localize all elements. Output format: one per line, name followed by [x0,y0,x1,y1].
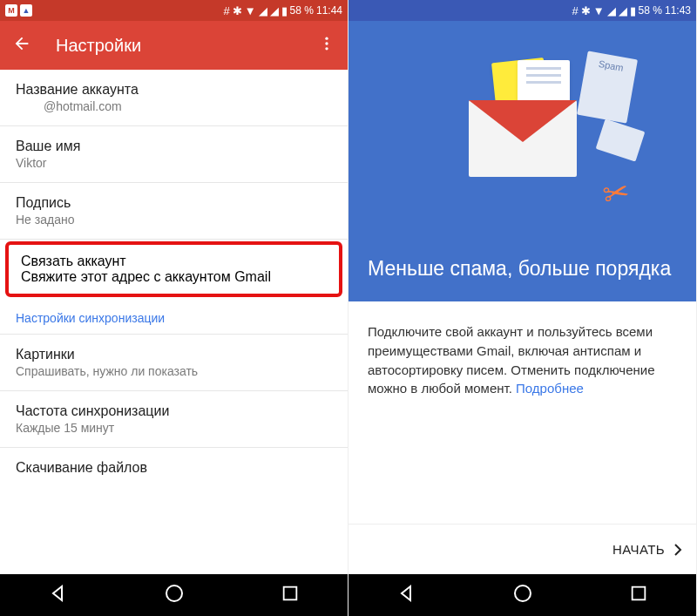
download-item[interactable]: Скачивание файлов [0,448,348,488]
sync-freq-value: Каждые 15 минут [16,421,332,435]
link-account-value: Свяжите этот адрес с аккаунтом Gmail [21,269,327,285]
nav-back-button[interactable] [48,583,69,607]
nav-recent-button[interactable] [281,584,300,606]
hash-icon: # [224,4,230,17]
nav-recent-button[interactable] [629,584,648,606]
account-name-item[interactable]: Название аккаунта @hotmail.com [0,70,348,126]
hash-icon: # [572,4,579,17]
signal2-icon: ◢ [270,4,279,17]
svg-rect-4 [284,587,297,600]
promo-body: Подключите свой аккаунт и пользуйтесь вс… [348,301,696,524]
back-button[interactable] [12,34,31,57]
svg-point-0 [325,37,328,40]
signature-value: Не задано [16,213,332,227]
hero: Spam ✂ Меньше спама, больше порядка [348,21,696,301]
svg-point-3 [166,586,182,601]
status-bar: # ✱ ▼ ◢ ◢ ▮ 58 % 11:43 [348,0,696,21]
chevron-right-icon [673,543,682,557]
clock-text: 11:43 [665,4,691,17]
link-account-label: Связать аккаунт [21,254,327,269]
promo-footer: НАЧАТЬ [348,524,696,574]
sync-freq-label: Частота синхронизации [16,403,332,419]
sync-section-header: Настройки синхронизации [0,299,348,335]
signal2-icon: ◢ [619,4,627,17]
battery-text: 58 % [290,4,314,17]
battery-icon: ▮ [281,4,288,17]
learn-more-link[interactable]: Подробнее [516,381,584,396]
nav-home-button[interactable] [164,583,185,607]
svg-point-5 [515,586,531,601]
link-account-item[interactable]: Связать аккаунт Свяжите этот адрес с акк… [5,241,342,297]
photo-notif-icon: ▲ [20,4,32,17]
signature-label: Подпись [16,195,332,211]
more-button[interactable] [318,35,335,56]
signal1-icon: ◢ [259,4,267,17]
app-bar: Настройки [0,21,348,70]
settings-screen: M ▲ # ✱ ▼ ◢ ◢ ▮ 58 % 11:44 Настройки Наз… [0,0,348,616]
wifi-icon: ▼ [245,4,256,17]
bluetooth-icon: ✱ [581,4,591,17]
images-item[interactable]: Картинки Спрашивать, нужно ли показать [0,335,348,391]
images-value: Спрашивать, нужно ли показать [16,364,332,378]
wifi-icon: ▼ [593,4,605,17]
clock-text: 11:44 [316,4,342,17]
torn-paper-icon [595,119,645,162]
signature-item[interactable]: Подпись Не задано [0,183,348,240]
spam-paper-icon: Spam [577,51,638,124]
images-label: Картинки [16,347,332,362]
gmail-notif-icon: M [5,4,17,17]
signal1-icon: ◢ [607,4,616,17]
nav-bar [348,574,696,616]
hero-illustration: Spam ✂ [348,21,696,256]
start-label: НАЧАТЬ [612,542,665,557]
account-name-label: Название аккаунта [16,82,332,98]
promo-screen: # ✱ ▼ ◢ ◢ ▮ 58 % 11:43 Spam ✂ Меньше спа… [348,0,697,616]
svg-point-1 [325,42,328,44]
your-name-value: Viktor [16,156,332,170]
scissors-icon: ✂ [599,173,632,213]
battery-icon: ▮ [630,4,636,17]
nav-back-button[interactable] [396,583,417,607]
your-name-label: Ваше имя [16,139,332,154]
hero-title: Меньше спама, больше порядка [348,256,696,301]
your-name-item[interactable]: Ваше имя Viktor [0,126,348,183]
start-button[interactable]: НАЧАТЬ [612,542,682,557]
sync-freq-item[interactable]: Частота синхронизации Каждые 15 минут [0,391,348,448]
nav-home-button[interactable] [512,583,533,607]
svg-point-2 [325,47,328,50]
nav-bar [0,574,348,616]
gmail-envelope-icon [469,100,577,177]
battery-text: 58 % [639,4,662,17]
svg-rect-6 [633,587,646,600]
promo-text: Подключите свой аккаунт и пользуйтесь вс… [368,324,655,396]
account-name-value: @hotmail.com [44,99,332,113]
status-bar: M ▲ # ✱ ▼ ◢ ◢ ▮ 58 % 11:44 [0,0,348,21]
settings-list: Название аккаунта @hotmail.com Ваше имя … [0,70,348,574]
page-title: Настройки [56,36,294,56]
bluetooth-icon: ✱ [233,4,242,17]
download-label: Скачивание файлов [16,460,332,476]
